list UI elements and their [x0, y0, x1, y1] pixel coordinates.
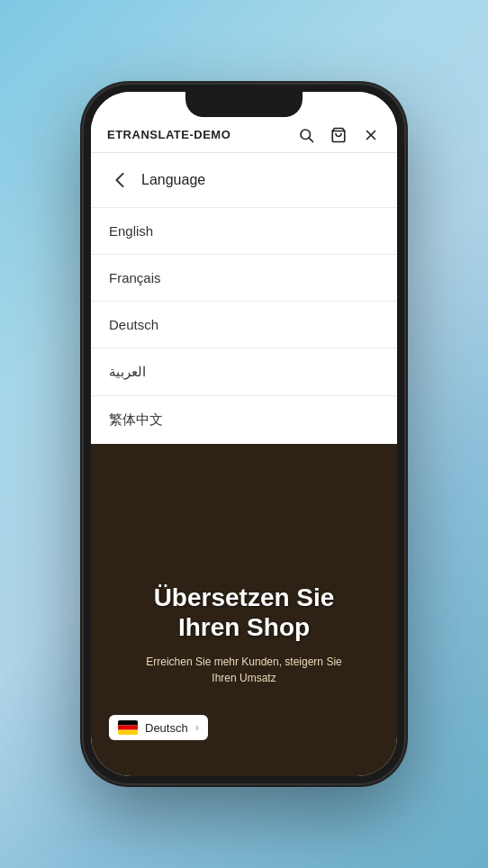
header-icons: [296, 125, 381, 145]
cart-icon[interactable]: [329, 125, 348, 145]
language-switcher[interactable]: Deutsch ›: [109, 715, 208, 740]
hero-subtitle: Erreichen Sie mehr Kunden, steigern Sie …: [109, 654, 379, 686]
language-menu-title: Language: [141, 172, 205, 188]
back-button[interactable]: [107, 167, 132, 193]
phone-frame: ETRANSLATE-DEMO: [82, 83, 406, 785]
app-title: ETRANSLATE-DEMO: [107, 128, 230, 141]
chevron-right-icon: ›: [195, 721, 199, 734]
language-item-fr[interactable]: Français: [91, 255, 397, 302]
language-item-ar[interactable]: العربية: [91, 348, 397, 396]
language-item-de[interactable]: Deutsch: [91, 302, 397, 348]
svg-rect-28: [118, 725, 138, 729]
language-menu-header: Language: [91, 153, 397, 208]
notch: [185, 92, 303, 117]
language-menu: Language English Français Deutsch العربي…: [91, 153, 397, 444]
svg-line-1: [309, 138, 312, 141]
svg-rect-29: [118, 730, 138, 735]
german-flag-icon: [118, 720, 138, 735]
hero-text-area: Übersetzen Sie Ihren Shop Erreichen Sie …: [91, 583, 397, 686]
hero-title: Übersetzen Sie Ihren Shop: [109, 583, 379, 643]
svg-rect-27: [118, 720, 138, 725]
language-item-en[interactable]: English: [91, 208, 397, 255]
language-list: English Français Deutsch العربية 繁体中文: [91, 208, 397, 444]
phone-screen: ETRANSLATE-DEMO: [91, 92, 397, 776]
close-icon[interactable]: [361, 125, 381, 145]
current-language: Deutsch: [145, 721, 188, 735]
search-icon[interactable]: [296, 125, 316, 145]
language-item-zh[interactable]: 繁体中文: [91, 396, 397, 444]
